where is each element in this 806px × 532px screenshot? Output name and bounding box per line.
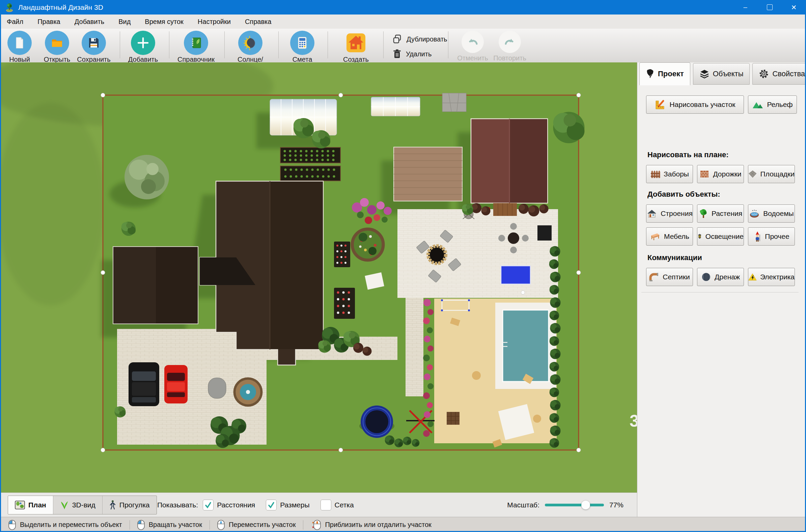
- checkbox-distances[interactable]: Расстояния: [203, 500, 255, 510]
- estimate-button[interactable]: Смета: [283, 31, 321, 63]
- reference-button[interactable]: Справочник: [177, 31, 215, 63]
- app-logo-icon: [5, 3, 14, 12]
- electric-warning-icon: [748, 272, 757, 282]
- menu-daytime[interactable]: Время суток: [138, 18, 191, 26]
- outbuilding-tan[interactable]: [394, 147, 462, 201]
- scale-slider[interactable]: [545, 504, 604, 506]
- plants-button[interactable]: Растения: [697, 205, 744, 223]
- menu-settings[interactable]: Настройки: [191, 18, 238, 26]
- trash-icon: [392, 49, 402, 59]
- menu-view[interactable]: Вид: [111, 18, 138, 26]
- mouse-left-click-icon: [8, 520, 16, 530]
- garage[interactable]: [113, 247, 198, 324]
- lantern-icon: [697, 231, 702, 242]
- electrics-button[interactable]: Электрика: [748, 268, 795, 286]
- view-tab-plan[interactable]: План: [8, 496, 53, 514]
- undo-button: Отменить: [453, 31, 493, 62]
- lighting-button[interactable]: Освещение: [697, 227, 744, 246]
- view-tab-3d[interactable]: 3D-вид: [53, 496, 102, 514]
- furniture-button[interactable]: Мебель: [646, 227, 693, 246]
- title-bar: Ландшафтный Дизайн 3D – ✕: [0, 0, 806, 15]
- new-button[interactable]: Новый: [1, 31, 38, 63]
- walk-person-icon: [109, 500, 116, 510]
- greenhouse-small[interactable]: [371, 97, 420, 116]
- checkbox-grid[interactable]: Сетка: [321, 500, 354, 510]
- pond-icon: [749, 209, 760, 218]
- table-tennis[interactable]: [501, 266, 530, 284]
- plus-icon: [136, 35, 151, 50]
- mouse-left-click-icon: [137, 520, 145, 530]
- tab-objects[interactable]: Объекты: [693, 63, 750, 85]
- other-button[interactable]: Прочее: [748, 227, 795, 246]
- wood-deck[interactable]: [493, 203, 517, 216]
- undo-icon: [466, 35, 479, 49]
- building-icon: [647, 209, 657, 218]
- car-red[interactable]: [164, 365, 188, 403]
- duplicate-button[interactable]: Дублировать: [392, 33, 447, 45]
- relief-button[interactable]: Рельеф: [748, 95, 797, 114]
- open-folder-icon: [50, 35, 64, 50]
- save-floppy-icon: [87, 35, 101, 50]
- scale-label: Масштаб:: [507, 501, 539, 509]
- patio[interactable]: [398, 209, 558, 298]
- tab-project[interactable]: Проект: [639, 62, 690, 86]
- ponds-button[interactable]: Водоемы: [748, 205, 795, 223]
- menu-file[interactable]: Файл: [1, 18, 31, 26]
- menu-add[interactable]: Добавить: [68, 18, 111, 26]
- sidebar: Проект Объекты Свойства: [637, 62, 805, 517]
- communications-heading: Коммуникации: [648, 253, 702, 262]
- draw-plot-button[interactable]: Нарисовать участок: [646, 95, 744, 114]
- delete-button[interactable]: Удалить: [392, 48, 447, 60]
- bricks-icon: [699, 169, 710, 179]
- hint-zoom-plot: Приблизить или отдалить участок: [311, 520, 431, 530]
- check-icon: [268, 501, 275, 509]
- flower-bed-round[interactable]: [352, 229, 383, 260]
- duplicate-icon: [392, 34, 403, 44]
- scale-slider-thumb[interactable]: [581, 501, 590, 509]
- drainage-button[interactable]: Дренаж: [697, 268, 744, 286]
- planter-oval[interactable]: [208, 378, 226, 398]
- gnome-icon: [753, 231, 762, 242]
- mouse-scroll-icon: [311, 520, 321, 530]
- layers-icon: [699, 69, 710, 79]
- stone-pad[interactable]: [442, 93, 466, 112]
- tree-large-sage[interactable]: [124, 155, 169, 200]
- open-button[interactable]: Открыть: [38, 31, 76, 63]
- dimension-label-clipped: 3: [630, 412, 637, 431]
- fountain[interactable]: [234, 379, 262, 405]
- tab-properties[interactable]: Свойства: [752, 63, 806, 85]
- grill-mat[interactable]: [537, 225, 552, 241]
- plan-view-icon: [15, 501, 25, 509]
- close-button[interactable]: ✕: [782, 0, 806, 15]
- maximize-button[interactable]: [757, 0, 782, 15]
- add-button[interactable]: Добавить: [124, 31, 162, 63]
- paths-button[interactable]: Дорожки: [697, 165, 744, 183]
- draw-on-plan-heading: Нарисовать на плане:: [648, 150, 729, 159]
- check-icon: [205, 501, 212, 509]
- app-window: Ландшафтный Дизайн 3D – ✕ Файл Правка До…: [0, 0, 806, 532]
- buildings-button[interactable]: Строения: [646, 205, 693, 223]
- car-black[interactable]: [129, 362, 159, 406]
- plan-canvas[interactable]: 3 T: [0, 62, 637, 493]
- fence-icon: [650, 169, 660, 179]
- save-button[interactable]: Сохранить: [75, 31, 113, 63]
- redo-icon: [503, 35, 517, 49]
- plant-book-icon: [189, 35, 204, 50]
- fences-button[interactable]: Заборы: [646, 165, 693, 183]
- checkbox-sizes[interactable]: Размеры: [266, 500, 309, 510]
- garden-path[interactable]: [405, 298, 423, 396]
- menu-bar: Файл Правка Добавить Вид Время суток Нас…: [1, 15, 805, 29]
- outbuilding-red[interactable]: [471, 119, 548, 203]
- menu-edit[interactable]: Правка: [31, 18, 68, 26]
- menu-help[interactable]: Справка: [238, 18, 279, 26]
- view-tab-walk[interactable]: Прогулка: [102, 496, 156, 514]
- septic-button[interactable]: Септики: [646, 268, 693, 286]
- minimize-button[interactable]: –: [733, 0, 757, 15]
- tile-icon: [748, 169, 757, 179]
- tree-icon: [699, 208, 708, 218]
- fire-pit[interactable]: [428, 246, 446, 264]
- calculator-icon: [295, 35, 310, 50]
- platforms-button[interactable]: Площадки: [748, 165, 795, 183]
- toolbar: Новый Открыть Сохранить Добавить: [1, 29, 805, 63]
- mountains-icon: [752, 100, 764, 109]
